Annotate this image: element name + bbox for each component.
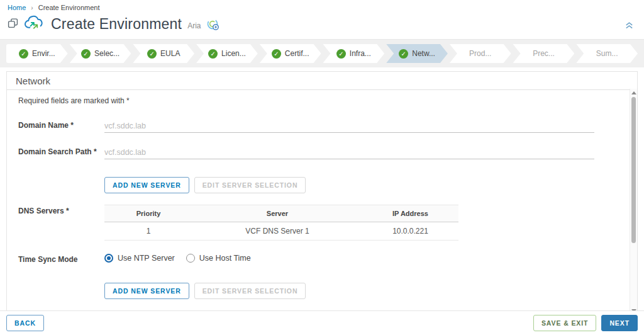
radio-icon[interactable] xyxy=(186,254,195,263)
radio-option-use-host-time[interactable]: Use Host Time xyxy=(186,254,251,263)
step-check-icon: ✓ xyxy=(399,49,408,59)
step-check-icon: ✓ xyxy=(19,49,28,59)
scroll-up-arrow-icon[interactable] xyxy=(631,91,636,94)
breadcrumb-current: Create Environment xyxy=(38,4,100,11)
dns-row-ip: 10.0.0.221 xyxy=(362,222,458,241)
dns-row-server: VCF DNS Server 1 xyxy=(192,222,362,241)
save-and-exit-button[interactable]: SAVE & EXIT xyxy=(533,315,596,331)
page-subtitle: Aria xyxy=(187,21,201,30)
radio-label: Use Host Time xyxy=(199,254,251,263)
wizard-step-environment[interactable]: ✓Envir... xyxy=(6,44,68,63)
step-label: Licen... xyxy=(221,49,246,58)
domain-name-label: Domain Name * xyxy=(18,119,104,130)
ntp-edit-server-selection-button: EDIT SERVER SELECTION xyxy=(194,283,306,299)
dns-row-priority: 1 xyxy=(104,222,192,241)
wizard-step-summary[interactable]: ✓Sum... xyxy=(576,44,638,63)
dns-servers-label: DNS Servers * xyxy=(18,205,104,215)
dns-add-new-server-button[interactable]: ADD NEW SERVER xyxy=(104,177,189,193)
app-header: Home › Create Environment Create Environ… xyxy=(0,0,644,40)
step-label: Prec... xyxy=(533,49,555,58)
title-row: Create Environment Aria xyxy=(8,14,636,39)
domain-search-path-input[interactable] xyxy=(104,145,594,159)
time-sync-radio-group: Use NTP Server Use Host Time xyxy=(104,253,594,263)
dns-table-row[interactable]: 1 VCF DNS Server 1 10.0.0.221 xyxy=(104,222,458,241)
step-label: Prod... xyxy=(469,49,491,58)
step-label: Infra... xyxy=(350,49,371,58)
wizard-footer: BACK SAVE & EXIT NEXT xyxy=(0,310,644,335)
wizard-step-precheck[interactable]: ✓Prec... xyxy=(513,44,575,63)
breadcrumb: Home › Create Environment xyxy=(8,4,636,11)
network-panel: Network Required fields are marked with … xyxy=(6,71,638,315)
aria-logo-icon xyxy=(206,18,219,33)
step-label: Sum... xyxy=(596,49,618,58)
vertical-scrollbar[interactable] xyxy=(630,89,637,315)
time-sync-mode-label: Time Sync Mode xyxy=(18,253,104,264)
wizard-stepbar: ✓Envir... ✓Selec... ✓EULA ✓Licen... ✓Cer… xyxy=(0,40,644,67)
dns-servers-table: Priority Server IP Address 1 VCF DNS Ser… xyxy=(104,205,458,241)
dns-servers-row: DNS Servers * Priority Server IP Address… xyxy=(7,205,637,241)
ntp-buttons-row: ADD NEW SERVER EDIT SERVER SELECTION xyxy=(104,283,637,299)
step-label: Selec... xyxy=(94,49,119,58)
wizard-step-select[interactable]: ✓Selec... xyxy=(70,44,131,63)
next-button[interactable]: NEXT xyxy=(601,315,638,331)
clone-icon xyxy=(8,18,18,31)
dns-col-server: Server xyxy=(192,205,362,222)
step-label: Certif... xyxy=(285,49,309,58)
cloud-sync-icon xyxy=(24,14,45,33)
domain-name-row: Domain Name * xyxy=(7,119,637,133)
step-label: Envir... xyxy=(32,49,55,58)
step-label: EULA xyxy=(160,49,180,58)
radio-option-use-ntp-server[interactable]: Use NTP Server xyxy=(104,254,175,263)
breadcrumb-home-link[interactable]: Home xyxy=(8,4,26,11)
breadcrumb-separator: › xyxy=(31,4,33,11)
panel-body: Required fields are marked with * Domain… xyxy=(7,90,637,317)
dns-edit-server-selection-button: EDIT SERVER SELECTION xyxy=(194,177,306,193)
domain-search-path-label: Domain Search Path * xyxy=(18,145,104,156)
panel-title: Network xyxy=(7,72,637,90)
domain-search-path-row: Domain Search Path * xyxy=(7,145,637,159)
wizard-step-network[interactable]: ✓Netw... xyxy=(386,44,448,63)
radio-icon[interactable] xyxy=(104,254,113,263)
step-check-icon: ✓ xyxy=(272,49,281,59)
wizard-step-certificate[interactable]: ✓Certif... xyxy=(260,44,321,63)
wizard-step-products[interactable]: ✓Prod... xyxy=(450,44,511,63)
radio-label: Use NTP Server xyxy=(118,254,175,263)
wizard-step-eula[interactable]: ✓EULA xyxy=(133,44,194,63)
dns-col-priority: Priority xyxy=(104,205,192,222)
step-check-icon: ✓ xyxy=(81,49,91,59)
ntp-add-new-server-button[interactable]: ADD NEW SERVER xyxy=(104,283,189,299)
time-sync-mode-row: Time Sync Mode Use NTP Server Use Host T… xyxy=(7,253,637,264)
wizard-step-license[interactable]: ✓Licen... xyxy=(196,44,258,63)
collapse-up-icon[interactable] xyxy=(625,20,634,32)
step-check-icon: ✓ xyxy=(208,49,218,59)
domain-name-input[interactable] xyxy=(104,119,594,133)
page-title: Create Environment xyxy=(51,16,182,33)
scrollbar-thumb[interactable] xyxy=(631,97,636,243)
back-button[interactable]: BACK xyxy=(6,315,44,331)
step-label: Netw... xyxy=(412,49,435,58)
wizard-step-infrastructure[interactable]: ✓Infra... xyxy=(323,44,385,63)
required-fields-note: Required fields are marked with * xyxy=(7,96,637,105)
dns-col-ip: IP Address xyxy=(362,205,458,222)
step-check-icon: ✓ xyxy=(336,49,346,59)
dns-buttons-row: ADD NEW SERVER EDIT SERVER SELECTION xyxy=(104,177,637,193)
dns-table-header-row: Priority Server IP Address xyxy=(104,205,458,222)
step-check-icon: ✓ xyxy=(147,49,157,59)
